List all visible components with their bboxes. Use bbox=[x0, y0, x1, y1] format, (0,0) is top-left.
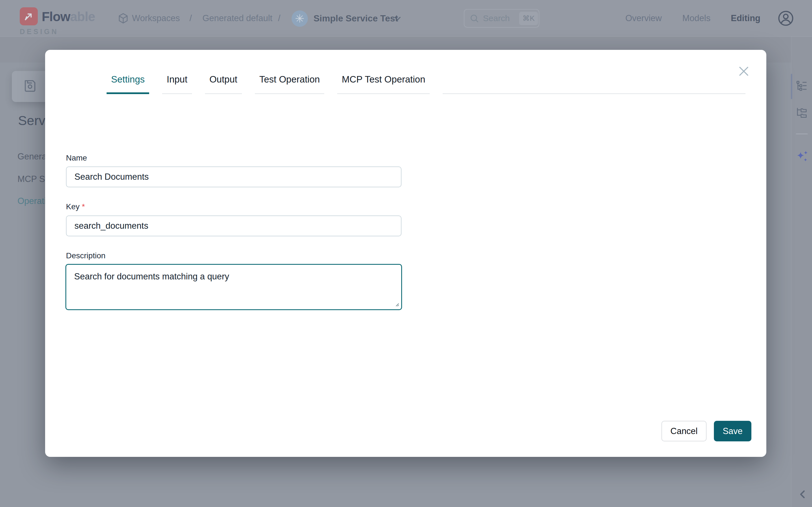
breadcrumb-project[interactable]: Generated default bbox=[202, 0, 272, 37]
structure-tree-icon[interactable] bbox=[795, 80, 808, 93]
breadcrumb-model-name[interactable]: Simple Service Test bbox=[313, 0, 398, 37]
breadcrumb-separator: / bbox=[278, 0, 281, 37]
search-icon bbox=[469, 13, 479, 23]
tab-output[interactable]: Output bbox=[205, 74, 242, 94]
breadcrumb-separator: / bbox=[190, 0, 192, 37]
key-input[interactable] bbox=[66, 216, 402, 236]
tab-mcp-test-operation[interactable]: MCP Test Operation bbox=[337, 74, 430, 94]
tab-bar-filler bbox=[443, 93, 746, 94]
panel-divider bbox=[796, 133, 808, 134]
name-field-label: Name bbox=[66, 154, 87, 163]
save-button[interactable]: Save bbox=[714, 421, 751, 441]
tab-settings[interactable]: Settings bbox=[107, 74, 149, 94]
tab-test-operation[interactable]: Test Operation bbox=[255, 74, 324, 94]
nav-overview[interactable]: Overview bbox=[625, 0, 662, 37]
save-icon[interactable] bbox=[22, 78, 38, 94]
folder-tree-icon[interactable] bbox=[795, 107, 808, 119]
nav-models[interactable]: Models bbox=[682, 0, 711, 37]
breadcrumb-workspaces[interactable]: Workspaces bbox=[132, 0, 180, 37]
required-asterisk: * bbox=[82, 202, 85, 211]
nav-editing[interactable]: Editing bbox=[731, 0, 760, 37]
sidebar-item-operations[interactable]: Operati bbox=[17, 196, 46, 206]
sidebar-item-general[interactable]: Genera bbox=[17, 152, 47, 162]
workspace-cube-icon bbox=[117, 0, 129, 37]
global-search-box[interactable]: ⌘K bbox=[464, 9, 539, 27]
key-label-text: Key bbox=[66, 202, 80, 211]
name-input[interactable] bbox=[66, 166, 402, 187]
page-title: Servi bbox=[18, 113, 48, 128]
brand-subtitle: DESIGN bbox=[20, 27, 59, 36]
search-shortcut-badge: ⌘K bbox=[519, 12, 538, 25]
description-textarea[interactable]: Search for documents matching a query bbox=[65, 264, 402, 310]
brand-wordmark: Flowable bbox=[42, 9, 95, 24]
panel-scroll-indicator bbox=[791, 74, 792, 99]
tab-input[interactable]: Input bbox=[162, 74, 192, 94]
flowable-logo-icon bbox=[20, 7, 38, 25]
model-badge-icon: ✳ bbox=[292, 10, 308, 27]
description-field-label: Description bbox=[66, 251, 105, 260]
brand-part1: Flow bbox=[42, 9, 70, 24]
cancel-button[interactable]: Cancel bbox=[661, 421, 707, 441]
dialog-tab-bar: Settings Input Output Test Operation MCP… bbox=[107, 50, 746, 94]
ai-sparkles-icon[interactable] bbox=[795, 149, 810, 164]
user-avatar-icon[interactable] bbox=[777, 10, 795, 27]
chevron-down-icon[interactable] bbox=[393, 13, 403, 24]
search-input[interactable] bbox=[483, 13, 519, 23]
top-navigation-bar: Flowable DESIGN Workspaces / Generated d… bbox=[0, 0, 812, 37]
operation-settings-dialog: Settings Input Output Test Operation MCP… bbox=[45, 50, 766, 457]
dialog-footer: Cancel Save bbox=[661, 421, 751, 441]
brand-part2: able bbox=[70, 9, 95, 24]
collapse-chevron-left-icon[interactable] bbox=[796, 488, 809, 501]
key-field-label: Key* bbox=[66, 202, 85, 211]
